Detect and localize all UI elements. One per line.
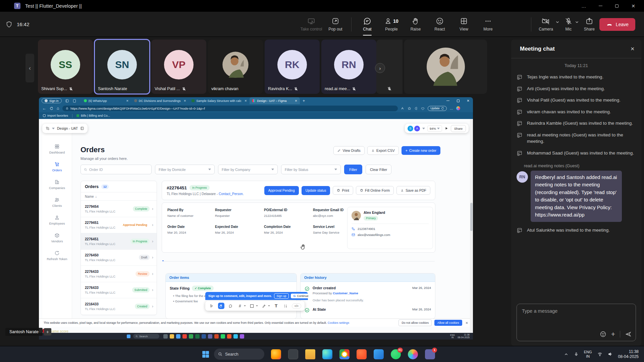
cookie-settings-link[interactable]: Cookies settings xyxy=(328,321,350,324)
raise-hand-button[interactable]: Raise xyxy=(405,17,427,32)
participant-tile[interactable]: vikram chavan xyxy=(208,40,263,94)
order-row[interactable]: 2276433 TL Flex Holdings LLC Submitted › xyxy=(81,282,157,299)
detail-tab[interactable] xyxy=(195,258,196,261)
taskbar-app-icon[interactable] xyxy=(322,349,332,359)
people-button[interactable]: 10 People xyxy=(380,17,402,32)
collections-icon[interactable] xyxy=(421,107,425,110)
vertical-tabs-icon[interactable] xyxy=(72,99,76,103)
sidebar-item-dashboard[interactable]: Dashboard xyxy=(42,144,72,154)
view-drafts-button[interactable]: View Drafts xyxy=(333,146,365,155)
contact-phone[interactable]: 2123874901 xyxy=(352,227,429,231)
allow-cookies-button[interactable]: Allow all cookies xyxy=(434,320,462,326)
shared-taskbar-app-icon[interactable] xyxy=(208,334,212,339)
pen-tool-icon[interactable] xyxy=(261,303,267,309)
shared-taskbar-app-icon[interactable] xyxy=(170,334,174,339)
sidebar-item-clients[interactable]: Clients xyxy=(42,197,72,207)
edge-maximize-button[interactable] xyxy=(457,100,460,102)
shared-start-icon[interactable] xyxy=(127,335,130,338)
update-button[interactable]: Update xyxy=(428,106,446,111)
frame-tool-icon[interactable]: # xyxy=(237,303,243,309)
chevron-down-icon[interactable] xyxy=(422,128,425,129)
edge-close-button[interactable]: ✕ xyxy=(467,99,470,103)
filter-domicile-dropdown[interactable]: Filter by Domicile xyxy=(155,165,215,174)
order-row[interactable]: 2276451 TL Flex Holdings LLC In Progress… xyxy=(81,233,157,250)
text-tool-icon[interactable]: T xyxy=(273,303,279,309)
taskbar-app-icon[interactable] xyxy=(305,349,315,359)
tab-close-icon[interactable]: ✕ xyxy=(182,99,186,103)
fill-online-form-button[interactable]: Fill Online Form xyxy=(356,186,394,195)
back-icon[interactable]: ← xyxy=(42,106,46,111)
shared-taskbar-app-icon[interactable] xyxy=(189,334,193,339)
contact-email[interactable]: alex@vstatefilings.com xyxy=(352,233,429,237)
sign-up-button[interactable]: Sign up xyxy=(274,293,289,299)
present-icon[interactable] xyxy=(444,126,448,130)
order-row[interactable]: 2216433 TL Flex Holdings LLC Created › xyxy=(81,298,157,315)
sidebar-item-employees[interactable]: Employees xyxy=(42,215,72,225)
tab-close-icon[interactable]: ✕ xyxy=(125,99,129,103)
figma-share-button[interactable]: Share xyxy=(451,125,466,132)
browser-tab[interactable]: Design - UAT – Figma ✕ xyxy=(250,97,300,104)
figma-file-pill[interactable]: Design - UAT xyxy=(42,124,88,133)
order-row[interactable]: 2279454 TL Flex Holdings LLC Complete › xyxy=(81,201,157,217)
shared-taskbar-app-icon[interactable] xyxy=(195,334,200,339)
chevron-down-icon[interactable] xyxy=(256,305,258,306)
shared-taskbar-app-icon[interactable] xyxy=(182,334,187,339)
save-as-pdf-button[interactable]: Save as PDF xyxy=(396,186,430,195)
chat-messages[interactable]: Today 11:21 Tejas Ingle was invited to t… xyxy=(511,58,641,300)
participant-tile[interactable]: RN read.ai mee... xyxy=(321,40,376,94)
detail-tab[interactable] xyxy=(211,258,212,261)
wifi-icon[interactable] xyxy=(597,352,602,357)
refresh-icon[interactable] xyxy=(50,107,53,110)
spotlight-tile[interactable] xyxy=(404,40,487,94)
tab-close-icon[interactable]: ✕ xyxy=(243,99,247,103)
titlebar-overflow-icon[interactable]: … xyxy=(581,3,586,9)
camera-button[interactable]: Camera xyxy=(539,17,553,32)
more-button[interactable]: More xyxy=(477,17,499,32)
chat-button[interactable]: Chat xyxy=(356,17,378,32)
tab-actions-icon[interactable] xyxy=(65,99,69,103)
figma-zoom-control[interactable]: 94% xyxy=(427,125,442,132)
browser-scrollbar[interactable] xyxy=(470,119,473,333)
sidebar-item-orders[interactable]: Orders xyxy=(42,162,72,172)
taskbar-app-icon[interactable] xyxy=(408,349,418,359)
order-row[interactable]: 2279451 TL Flex Holdings LLC Approval Pe… xyxy=(81,217,157,234)
move-tool-icon[interactable] xyxy=(209,303,215,309)
order-row[interactable]: 2276433 TL Flex Holdings LLC Review › xyxy=(81,266,157,282)
filter-status-dropdown[interactable]: Filter by Status xyxy=(281,165,341,174)
tab-close-icon[interactable]: ✕ xyxy=(293,99,298,103)
tray-chevron-up-icon[interactable] xyxy=(564,352,569,357)
clear-filter-button[interactable]: Clear Filter xyxy=(366,165,391,174)
url-field[interactable]: https://www.figma.com/design/9BKQ0FOHRWa… xyxy=(62,106,398,111)
create-new-order-button[interactable]: +Create new order xyxy=(401,146,440,155)
pop-out-button[interactable]: Pop out xyxy=(324,17,346,32)
detail-tab[interactable] xyxy=(162,258,164,261)
scrollbar-thumb[interactable] xyxy=(470,203,473,231)
deny-cookies-button[interactable]: Do not allow cookies xyxy=(398,319,432,326)
sidebar-item-vendors[interactable]: Vendors xyxy=(42,233,72,243)
camera-options-chevron-icon[interactable] xyxy=(555,20,560,24)
sidebar-item-companies[interactable]: Companies xyxy=(42,179,72,190)
participant-tile[interactable]: VP Vishal Patil ... xyxy=(151,40,206,94)
participant-tile[interactable]: SN Santosh Narate xyxy=(95,40,150,94)
message-compose-box[interactable]: Type a message + xyxy=(517,304,636,341)
participant-tile[interactable]: RK Ravindra K... xyxy=(265,40,320,94)
attach-plus-icon[interactable]: + xyxy=(611,331,615,337)
filter-button[interactable]: Filter xyxy=(344,165,362,174)
detail-tab[interactable] xyxy=(219,258,220,261)
dev-mode-toggle[interactable]: </> xyxy=(292,303,301,309)
read-aloud-icon[interactable] xyxy=(401,107,405,110)
emoji-icon[interactable] xyxy=(600,331,606,338)
list-sort-header[interactable]: Name↓ xyxy=(81,192,157,201)
cookie-close-icon[interactable]: ✕ xyxy=(466,321,468,325)
close-button[interactable]: ✕ xyxy=(631,3,635,9)
order-row[interactable]: 2276450 TL Flex Holdings LLC Draft › xyxy=(81,250,157,266)
home-icon[interactable]: ⌂ xyxy=(57,106,59,111)
participant-tile[interactable]: SS Shivani Sup... xyxy=(38,40,93,94)
browser-signin-button[interactable]: Sign in xyxy=(42,98,62,103)
detail-tab[interactable] xyxy=(170,258,172,261)
order-id-input[interactable] xyxy=(89,168,143,172)
leave-button[interactable]: Leave xyxy=(599,18,635,31)
taskbar-app-icon[interactable] xyxy=(271,349,281,359)
taskbar-app-icon[interactable] xyxy=(357,349,367,359)
maximize-button[interactable] xyxy=(615,4,619,8)
